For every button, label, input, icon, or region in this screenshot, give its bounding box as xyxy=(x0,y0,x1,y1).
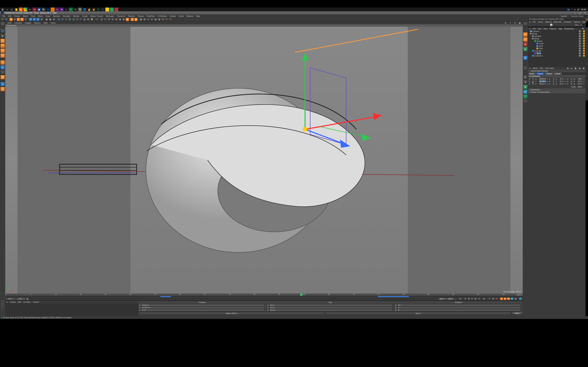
visibility-toggle-icon[interactable]: ✓ xyxy=(581,55,583,57)
vp-menu-filter[interactable]: Filter xyxy=(42,22,49,24)
tag-icon[interactable] xyxy=(583,50,585,52)
edge-mode[interactable]: ▬ xyxy=(0,48,5,53)
octane-6[interactable]: ◐ xyxy=(157,18,161,21)
attrmgr-menu-userdata[interactable]: User Data xyxy=(544,67,555,69)
range-out-field[interactable]: 100 F xyxy=(439,298,446,300)
rtool-2[interactable]: ◐ xyxy=(523,37,528,42)
sx-spinner[interactable]: ▴▾ xyxy=(565,78,566,80)
menu-motiontracker[interactable]: Motion Tracker xyxy=(89,15,104,17)
x-axis-lock[interactable]: X xyxy=(29,18,32,21)
visibility-toggle-icon[interactable]: ✓ xyxy=(581,45,583,47)
object-row-camera[interactable]: Camera✓ xyxy=(528,30,586,33)
sx-anim-dot[interactable] xyxy=(549,78,550,80)
media-encoder-icon[interactable]: Me xyxy=(60,8,64,11)
point-mode[interactable]: ⋮ xyxy=(0,43,5,48)
octane-menu-materials[interactable]: Materials xyxy=(553,21,563,23)
attrmgr-menu-edit[interactable]: Edit xyxy=(539,67,544,69)
keyframe-sel-button[interactable]: ◆ xyxy=(495,297,498,300)
app-icon-yellow[interactable] xyxy=(105,8,109,11)
rh-field[interactable] xyxy=(578,78,583,80)
layer-tag-icon[interactable] xyxy=(579,50,581,52)
octane-menu-cloud[interactable]: Cloud xyxy=(537,21,544,23)
coord-spinner[interactable] xyxy=(521,309,522,311)
cortana-icon[interactable]: ○ xyxy=(5,8,9,11)
workplane-mode[interactable]: ▦ xyxy=(0,39,5,43)
polygon-mode[interactable]: ▰ xyxy=(0,53,5,58)
prev-key-button[interactable]: ⟲ xyxy=(464,297,467,300)
tool-misc-4[interactable]: ◐ xyxy=(126,18,129,21)
menu-script[interactable]: Script xyxy=(177,15,185,17)
app-icon-s[interactable]: S xyxy=(78,8,82,11)
octane-menu-gui[interactable]: Gui xyxy=(587,21,588,23)
object-row-string[interactable]: −String✓ xyxy=(528,33,586,35)
move-tool[interactable]: ✥ xyxy=(13,18,17,21)
tree-expander[interactable]: − xyxy=(533,40,534,42)
goto-start-button[interactable]: ⏮ xyxy=(459,297,462,300)
rb-field[interactable] xyxy=(578,83,583,85)
app-icon-leaf[interactable]: ✿ xyxy=(73,8,77,11)
coord-apply-button[interactable]: Apply xyxy=(512,312,522,315)
object-manager[interactable]: Camera✓−String✓+Handles✓−String✓−Sweep✓C… xyxy=(528,30,586,67)
px-field[interactable] xyxy=(539,78,546,80)
object-row-bend[interactable]: Bend✓ xyxy=(528,52,586,55)
locked-workplane[interactable]: ⬢ xyxy=(0,75,5,80)
pb-psr-r[interactable]: ⟲ xyxy=(507,297,510,300)
windows-start-icon[interactable]: ⊞ xyxy=(1,8,5,11)
visibility-toggle-icon[interactable]: ✓ xyxy=(581,38,583,40)
octane-2[interactable]: ⊞ xyxy=(143,18,146,21)
undo-button[interactable]: ↶ xyxy=(1,18,4,21)
rtool-9[interactable]: ▫ xyxy=(523,95,528,99)
explosion-icon[interactable]: ✹ xyxy=(115,18,118,21)
quaternion-section[interactable]: Quaternion xyxy=(528,88,586,91)
chn-select[interactable]: DL xyxy=(579,24,585,26)
coord-size-mode-select[interactable]: Size ▾ xyxy=(325,312,511,315)
menu-create[interactable]: Create xyxy=(13,15,21,17)
tree-expander[interactable]: − xyxy=(531,38,532,40)
octane-1[interactable]: ▣ xyxy=(139,18,143,21)
vp-menu-view[interactable]: View xyxy=(6,22,13,24)
menu-help[interactable]: Help xyxy=(195,15,201,17)
vp-menu-display[interactable]: Display xyxy=(24,22,33,24)
range-start-field[interactable]: 0 F xyxy=(8,298,15,300)
attrmgr-lock-icon[interactable]: 🔒 xyxy=(573,67,578,69)
coord-size-y-field[interactable] xyxy=(269,307,392,309)
matmgr-menu-function[interactable]: Function xyxy=(22,301,32,303)
coord-pos-z-field[interactable] xyxy=(141,309,264,311)
sz-field[interactable] xyxy=(559,83,564,85)
object-row-string[interactable]: −String✓ xyxy=(528,37,586,40)
skype-icon[interactable]: S xyxy=(96,8,100,11)
tool-misc-1[interactable]: ▫ xyxy=(95,18,98,21)
layer-tag-icon[interactable] xyxy=(579,38,581,40)
cinema4d-taskbar-icon[interactable]: ◉ xyxy=(37,8,41,11)
menu-pipeline[interactable]: Pipeline xyxy=(127,15,136,17)
tool-extra-1[interactable]: ▤ xyxy=(0,82,5,86)
tab-object[interactable]: Object xyxy=(545,72,553,75)
people-icon[interactable]: 👥 xyxy=(567,8,570,11)
attrmgr-menu-mode[interactable]: Mode xyxy=(532,67,539,69)
range-in-field[interactable]: 0 F xyxy=(18,298,25,300)
octane-menu-options[interactable]: Options xyxy=(573,21,581,23)
coord-rot-b-field[interactable] xyxy=(397,309,520,311)
range-end-spinner[interactable]: ▴▾ xyxy=(455,298,456,300)
menu-character[interactable]: Character xyxy=(115,15,127,17)
sx-field[interactable] xyxy=(559,78,564,80)
tab-falloff[interactable]: Falloff xyxy=(553,72,562,75)
menu-simulate[interactable]: Simulate xyxy=(61,15,72,17)
py-anim-dot[interactable] xyxy=(529,81,530,82)
hair-1[interactable]: ‖ xyxy=(100,18,104,21)
maximize-button[interactable]: ▢ xyxy=(578,12,582,14)
model-mode[interactable]: ◧ xyxy=(0,29,5,33)
range-end-field[interactable]: 100 F xyxy=(448,298,454,300)
goto-end-button[interactable]: ⏭ xyxy=(483,297,486,300)
range-start-spinner[interactable]: ▴▾ xyxy=(15,298,17,300)
vp-menu-options[interactable]: Options xyxy=(33,22,42,24)
redo-button[interactable]: ↷ xyxy=(4,18,8,21)
rb-anim-dot[interactable] xyxy=(567,83,568,84)
vp-nav-1-icon[interactable]: ⊕ xyxy=(503,22,508,24)
deformer-button[interactable]: ◈ xyxy=(79,18,83,21)
rtool-4[interactable]: ◧ xyxy=(523,47,528,51)
menu-xparticles[interactable]: X-Particles xyxy=(156,15,168,17)
tab-coord[interactable]: Coord. xyxy=(536,72,545,75)
viewport-solo[interactable]: ◉ xyxy=(0,65,5,70)
rtool-sculpt-brush[interactable]: ◉ xyxy=(523,32,528,37)
